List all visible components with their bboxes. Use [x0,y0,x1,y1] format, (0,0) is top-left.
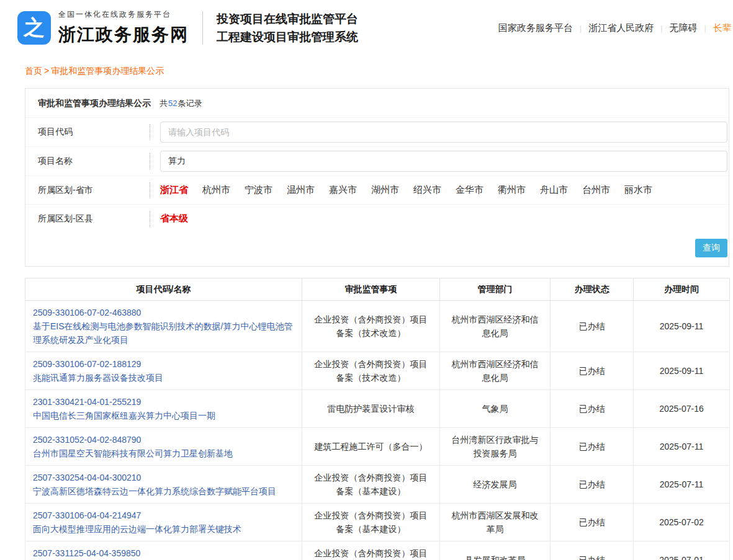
approval-item-cell: 雷电防护装置设计审核 [302,390,440,428]
breadcrumb-separator: > [44,66,49,76]
site-brand: 全国一体化在线政务服务平台 浙江政务服务网 [58,9,189,47]
department-cell: 杭州市西湖区经济和信息化局 [440,352,551,390]
column-header: 办理时间 [634,278,730,301]
status-cell: 已办结 [551,466,634,504]
logo-glyph: 之 [24,14,45,42]
breadcrumb-home-link[interactable]: 首页 [25,66,42,76]
region-option[interactable]: 绍兴市 [413,184,441,196]
table-row: 2507-330106-04-04-214947面向大模型推理应用的云边端一体化… [25,504,730,541]
site-name: 浙江政务服务网 [58,23,189,47]
department-cell: 杭州市西湖区发展和改革局 [440,504,551,541]
table-row: 2301-330421-04-01-255219中国电信长三角国家枢纽嘉兴算力中… [25,390,730,428]
top-nav: 国家政务服务平台|浙江省人民政府|无障碍|长辈 [498,22,733,34]
column-header: 管理部门 [440,278,551,301]
project-code-link[interactable]: 2507-330254-04-04-300210 [33,471,294,484]
breadcrumb-current: 审批和监管事项办理结果公示 [51,66,164,76]
table-row: 2507-331125-04-04-359850国网信通产业集团浙江思极2025… [25,541,730,560]
time-cell: 2025-07-11 [634,466,730,504]
column-header: 项目代码/名称 [25,278,302,301]
approval-item-cell: 企业投资（含外商投资）项目备案（基本建设） [302,504,440,541]
project-name-field-wrap [150,147,729,176]
project-code-link[interactable]: 2509-330106-07-02-188129 [33,357,294,371]
status-cell: 已办结 [551,541,634,560]
status-cell: 已办结 [551,301,634,352]
region-option[interactable]: 省本级 [160,213,188,224]
filter-row-region-city: 所属区划-省市 浙江省杭州市宁波市温州市嘉兴市湖州市绍兴市金华市衢州市舟山市台州… [25,176,729,204]
project-name-link[interactable]: 面向大模型推理应用的云边端一体化算力部署关键技术 [33,522,294,536]
time-cell: 2025-07-02 [634,504,730,541]
region-option[interactable]: 金华市 [456,184,483,196]
project-cell: 2507-330254-04-04-300210宁波高新区德塔森特云边一体化算力… [25,466,302,504]
approval-item-cell: 企业投资（含外商投资）项目备案（技术改造） [302,352,440,390]
project-code-link[interactable]: 2502-331052-04-02-848790 [33,433,294,447]
count-suffix: 条记录 [178,99,202,108]
panel-title: 审批和监管事项办理结果公示 [38,98,151,109]
nav-separator: | [704,24,706,33]
approval-item-cell: 企业投资（含外商投资）项目备案（基本建设） [302,541,440,560]
system-title-line1: 投资项目在线审批监管平台 [217,10,358,28]
department-cell: 经济发展局 [440,466,551,504]
table-row: 2509-330106-07-02-463880基于EIS在线检测与电池参数智能… [25,301,730,352]
region-option[interactable]: 杭州市 [202,184,230,196]
filter-row-project-name: 项目名称 [25,146,729,176]
project-name-link[interactable]: 基于EIS在线检测与电池参数智能识别技术的数据/算力中心锂电池管理系统研发及产业… [33,319,294,347]
filter-row-region-county: 所属区划-区县 省本级 [25,204,729,233]
region-option[interactable]: 嘉兴市 [329,184,357,196]
department-cell: 气象局 [440,390,551,428]
region-option[interactable]: 浙江省 [160,184,188,196]
region-county-options: 省本级 [150,209,729,228]
table-header-row: 项目代码/名称审批监管事项管理部门办理状态办理时间 [25,278,730,301]
project-code-label: 项目代码 [25,127,150,138]
project-name-link[interactable]: 台州市国星空天智能科技有限公司算力卫星创新基地 [33,447,294,460]
nav-link-3[interactable]: 长辈 [713,22,732,34]
project-cell: 2507-330106-04-04-214947面向大模型推理应用的云边端一体化… [25,504,302,541]
system-title-line2: 工程建设项目审批管理系统 [217,28,358,46]
department-cell: 杭州市西湖区经济和信息化局 [440,301,551,352]
column-header: 办理状态 [551,278,634,301]
breadcrumb: 首页>审批和监管事项办理结果公示 [25,66,733,77]
project-name-link[interactable]: 宁波高新区德塔森特云边一体化算力系统综合数字赋能平台项目 [33,484,294,498]
department-cell: 县发展和改革局 [440,541,551,560]
time-cell: 2025-09-11 [634,352,730,390]
department-cell: 台州湾新区行政审批与投资服务局 [440,428,551,466]
header-divider [202,11,203,45]
nav-link-0[interactable]: 国家政务服务平台 [498,22,573,34]
search-button[interactable]: 查询 [695,239,727,257]
region-city-label: 所属区划-省市 [25,185,150,196]
region-option[interactable]: 台州市 [582,184,610,196]
system-title: 投资项目在线审批监管平台 工程建设项目审批管理系统 [217,10,358,46]
filter-row-project-code: 项目代码 [25,117,729,146]
filter-panel-head: 审批和监管事项办理结果公示 共52条记录 [25,89,729,117]
project-name-link[interactable]: 中国电信长三角国家枢纽嘉兴算力中心项目一期 [33,409,294,422]
region-option[interactable]: 温州市 [287,184,315,196]
time-cell: 2025-09-11 [634,301,730,352]
project-code-link[interactable]: 2301-330421-04-01-255219 [33,395,294,409]
project-cell: 2509-330106-07-02-463880基于EIS在线检测与电池参数智能… [25,301,302,352]
status-cell: 已办结 [551,428,634,466]
project-code-link[interactable]: 2509-330106-07-02-463880 [33,306,294,319]
nav-link-1[interactable]: 浙江省人民政府 [588,22,654,34]
project-name-link[interactable]: 兆能讯通算力服务器设备技改项目 [33,371,294,384]
project-code-link[interactable]: 2507-330106-04-04-214947 [33,509,294,522]
nav-link-2[interactable]: 无障碍 [670,22,698,34]
nav-separator: | [660,24,662,33]
table-row: 2507-330254-04-04-300210宁波高新区德塔森特云边一体化算力… [25,466,730,504]
region-option[interactable]: 宁波市 [245,184,272,196]
results-table: 项目代码/名称审批监管事项管理部门办理状态办理时间 2509-330106-07… [25,278,729,560]
project-code-link[interactable]: 2507-331125-04-04-359850 [33,546,294,560]
status-cell: 已办结 [551,504,634,541]
filter-actions: 查询 [25,233,729,266]
platform-name: 全国一体化在线政务服务平台 [58,9,189,20]
status-cell: 已办结 [551,352,634,390]
region-option[interactable]: 丽水市 [624,184,652,196]
region-option[interactable]: 湖州市 [371,184,399,196]
region-option[interactable]: 衢州市 [498,184,526,196]
project-cell: 2301-330421-04-01-255219中国电信长三角国家枢纽嘉兴算力中… [25,390,302,428]
project-cell: 2507-331125-04-04-359850国网信通产业集团浙江思极2025… [25,541,302,560]
region-option[interactable]: 舟山市 [540,184,568,196]
status-cell: 已办结 [551,390,634,428]
project-name-input[interactable] [160,151,727,172]
nav-separator: | [580,24,582,33]
project-code-input[interactable] [160,122,727,143]
approval-item-cell: 建筑工程施工许可（多合一） [302,428,440,466]
